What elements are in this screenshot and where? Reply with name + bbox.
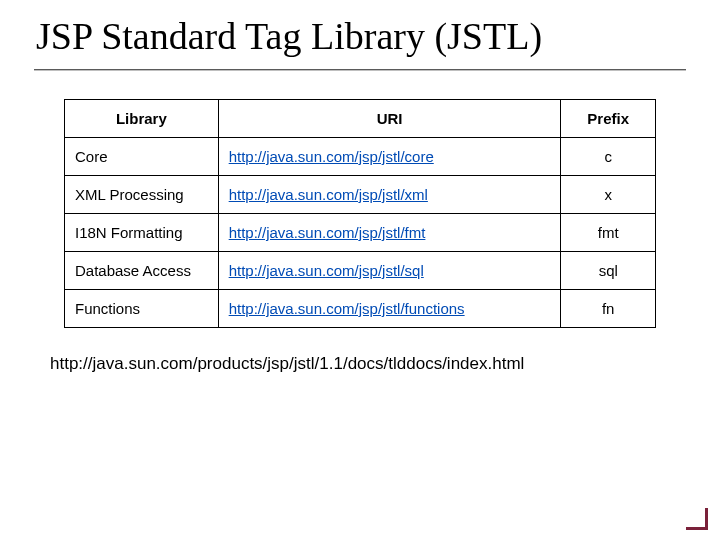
table-row: XML Processing http://java.sun.com/jsp/j… <box>65 175 656 213</box>
jstl-table: Library URI Prefix Core http://java.sun.… <box>64 99 656 328</box>
uri-link[interactable]: http://java.sun.com/jsp/jstl/fmt <box>229 224 426 241</box>
cell-uri: http://java.sun.com/jsp/jstl/core <box>218 137 561 175</box>
slide: JSP Standard Tag Library (JSTL) Library … <box>0 0 720 540</box>
cell-prefix: c <box>561 137 656 175</box>
cell-uri: http://java.sun.com/jsp/jstl/fmt <box>218 213 561 251</box>
footer-link: http://java.sun.com/products/jsp/jstl/1.… <box>50 354 686 374</box>
header-uri: URI <box>218 99 561 137</box>
cell-prefix: sql <box>561 251 656 289</box>
cell-prefix: fn <box>561 289 656 327</box>
cell-prefix: x <box>561 175 656 213</box>
cell-uri: http://java.sun.com/jsp/jstl/functions <box>218 289 561 327</box>
cell-library: Functions <box>65 289 219 327</box>
cell-library: Database Access <box>65 251 219 289</box>
table-row: Functions http://java.sun.com/jsp/jstl/f… <box>65 289 656 327</box>
jstl-table-wrap: Library URI Prefix Core http://java.sun.… <box>64 99 656 328</box>
table-row: I18N Formatting http://java.sun.com/jsp/… <box>65 213 656 251</box>
cell-uri: http://java.sun.com/jsp/jstl/sql <box>218 251 561 289</box>
title-divider <box>34 69 686 71</box>
corner-decoration-icon <box>686 508 708 530</box>
page-title: JSP Standard Tag Library (JSTL) <box>0 0 720 65</box>
uri-link[interactable]: http://java.sun.com/jsp/jstl/core <box>229 148 434 165</box>
cell-library: I18N Formatting <box>65 213 219 251</box>
cell-uri: http://java.sun.com/jsp/jstl/xml <box>218 175 561 213</box>
table-row: Database Access http://java.sun.com/jsp/… <box>65 251 656 289</box>
table-header-row: Library URI Prefix <box>65 99 656 137</box>
header-library: Library <box>65 99 219 137</box>
header-prefix: Prefix <box>561 99 656 137</box>
table-row: Core http://java.sun.com/jsp/jstl/core c <box>65 137 656 175</box>
uri-link[interactable]: http://java.sun.com/jsp/jstl/functions <box>229 300 465 317</box>
cell-prefix: fmt <box>561 213 656 251</box>
uri-link[interactable]: http://java.sun.com/jsp/jstl/sql <box>229 262 424 279</box>
cell-library: XML Processing <box>65 175 219 213</box>
cell-library: Core <box>65 137 219 175</box>
uri-link[interactable]: http://java.sun.com/jsp/jstl/xml <box>229 186 428 203</box>
